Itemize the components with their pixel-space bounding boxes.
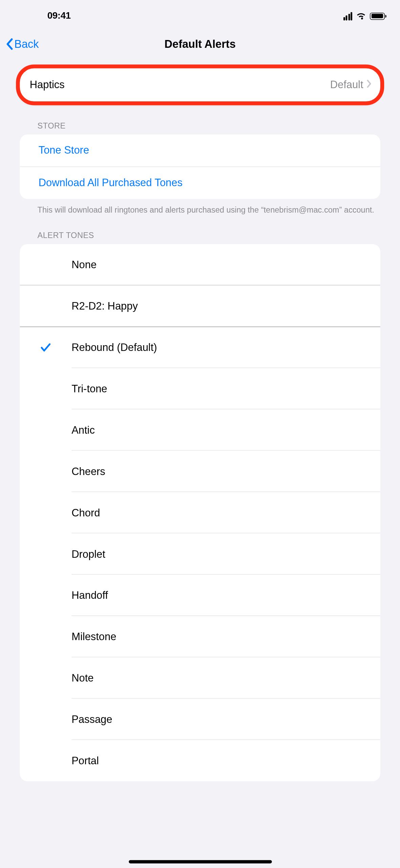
alert-tone-row[interactable]: Portal xyxy=(20,740,380,782)
checkmark-icon xyxy=(20,341,72,354)
alert-tone-label: Portal xyxy=(71,755,380,767)
wifi-icon xyxy=(356,12,366,20)
alert-tone-label: Droplet xyxy=(71,548,380,560)
alert-tone-row[interactable]: Handoff xyxy=(20,575,380,616)
alert-tones-header: Alert Tones xyxy=(0,216,400,244)
alert-tone-label: None xyxy=(71,259,380,271)
download-tones-row[interactable]: Download All Purchased Tones xyxy=(20,166,380,199)
page-title: Default Alerts xyxy=(165,38,236,50)
alert-tone-row[interactable]: Passage xyxy=(20,699,380,740)
battery-icon xyxy=(370,13,385,20)
alert-tone-label: Rebound (Default) xyxy=(71,341,380,354)
chevron-left-icon xyxy=(5,38,13,50)
nav-header: Back Default Alerts xyxy=(0,30,400,59)
alert-tones-group: NoneR2-D2: HappyRebound (Default)Tri-ton… xyxy=(20,244,380,781)
alert-tone-label: Passage xyxy=(71,713,380,726)
alert-tone-label: R2-D2: Happy xyxy=(71,300,380,312)
alert-tone-row[interactable]: R2-D2: Happy xyxy=(20,285,380,327)
alert-tone-label: Milestone xyxy=(71,631,380,643)
alert-tone-row[interactable]: Rebound (Default) xyxy=(20,327,380,368)
status-indicators xyxy=(343,12,385,20)
alert-tone-label: Cheers xyxy=(71,466,380,478)
chevron-right-icon xyxy=(366,79,372,91)
store-footer: This will download all ringtones and ale… xyxy=(0,199,400,216)
haptics-row[interactable]: Haptics Default xyxy=(20,68,380,102)
status-bar: 09:41 xyxy=(0,0,400,30)
back-label: Back xyxy=(14,38,39,50)
haptics-label: Haptics xyxy=(30,79,330,91)
alert-tone-label: Chord xyxy=(71,507,380,519)
alert-tone-label: Note xyxy=(71,672,380,684)
home-indicator xyxy=(128,860,272,864)
cellular-icon xyxy=(343,12,352,20)
store-group: Tone Store Download All Purchased Tones xyxy=(20,135,380,199)
alert-tone-row[interactable]: Droplet xyxy=(20,533,380,575)
alert-tone-row[interactable]: Milestone xyxy=(20,616,380,657)
alert-tone-row[interactable]: Note xyxy=(20,657,380,699)
status-time: 09:41 xyxy=(16,11,71,22)
alert-tone-row[interactable]: Tri-tone xyxy=(20,368,380,410)
alert-tone-row[interactable]: Antic xyxy=(20,410,380,451)
alert-tone-row[interactable]: None xyxy=(20,244,380,285)
alert-tone-row[interactable]: Cheers xyxy=(20,451,380,492)
alert-tone-label: Tri-tone xyxy=(71,383,380,395)
back-button[interactable]: Back xyxy=(5,38,39,50)
haptics-value: Default xyxy=(330,79,363,91)
alert-tone-label: Handoff xyxy=(71,589,380,601)
tone-store-row[interactable]: Tone Store xyxy=(20,135,380,166)
alert-tone-label: Antic xyxy=(71,424,380,436)
alert-tone-row[interactable]: Chord xyxy=(20,492,380,534)
content[interactable]: Haptics Default Store Tone Store Downloa… xyxy=(0,68,400,804)
store-header: Store xyxy=(0,117,400,135)
